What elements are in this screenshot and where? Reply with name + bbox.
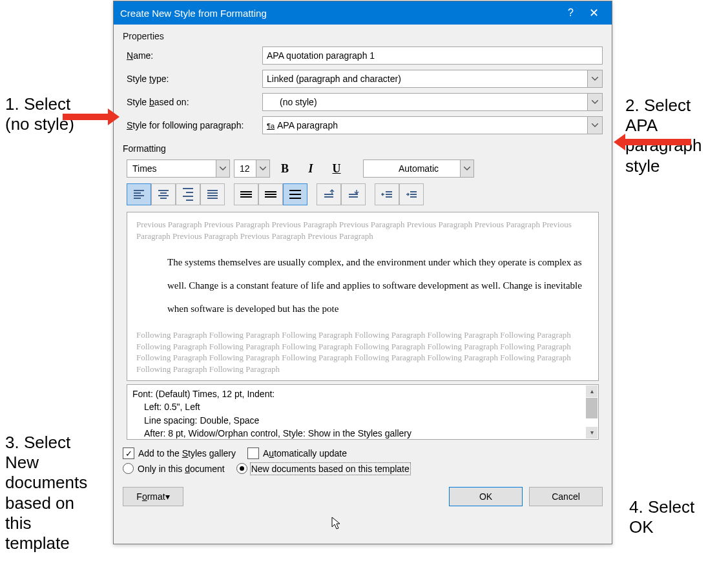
italic-button[interactable]: I <box>300 159 322 178</box>
annotation-4: 4. Select OK <box>629 497 694 537</box>
scroll-up-button[interactable]: ▴ <box>586 386 598 397</box>
arrow-icon <box>614 134 691 150</box>
name-label: Name: <box>123 50 262 61</box>
bold-button[interactable]: B <box>274 159 296 178</box>
preview-box: Previous Paragraph Previous Paragraph Pr… <box>127 212 599 381</box>
scroll-thumb[interactable] <box>586 398 598 418</box>
chevron-down-icon <box>587 117 602 134</box>
paragraph-icon: ¶a <box>267 122 275 130</box>
linespace-1-button[interactable] <box>234 183 258 205</box>
preview-sample: The systems themselves are usually compl… <box>167 251 589 320</box>
style-desc-line: Line spacing: Double, Space <box>132 414 583 427</box>
chevron-down-icon <box>587 94 602 110</box>
format-button[interactable]: Format▾ <box>123 487 183 506</box>
auto-update-checkbox[interactable]: Automatically update <box>247 447 347 459</box>
ok-button[interactable]: OK <box>449 487 523 506</box>
formatting-heading: Formatting <box>114 137 612 156</box>
font-toolbar: Times 12 B I U Automatic <box>114 156 612 181</box>
linespace-2-button[interactable] <box>283 183 307 205</box>
decrease-indent-button[interactable] <box>375 183 399 205</box>
style-desc-line: After: 8 pt, Widow/Orphan control, Style… <box>132 427 583 440</box>
annotation-3: 3. Select New documents based on this te… <box>5 433 87 553</box>
font-color-combo[interactable]: Automatic <box>363 159 474 178</box>
style-type-combo[interactable]: Linked (paragraph and character) <box>262 70 603 88</box>
chevron-down-icon <box>587 70 602 87</box>
preview-following: Following Paragraph Following Paragraph … <box>136 329 589 375</box>
style-following-combo[interactable]: ¶aAPA paragraph <box>262 116 603 134</box>
style-following-label: Style for following paragraph: <box>123 120 262 130</box>
svg-marker-1 <box>108 108 120 125</box>
properties-heading: Properties <box>114 25 612 44</box>
chevron-down-icon <box>460 160 473 177</box>
scroll-down-button[interactable]: ▾ <box>586 427 598 438</box>
cursor-icon <box>331 517 342 531</box>
cancel-button[interactable]: Cancel <box>529 487 603 506</box>
add-to-gallery-checkbox[interactable]: ✓ Add to the Styles gallery <box>123 447 236 459</box>
space-before-inc-button[interactable] <box>317 183 341 205</box>
underline-button[interactable]: U <box>326 159 348 178</box>
titlebar: Create New Style from Formatting ? ✕ <box>114 1 612 25</box>
radio-checked-icon <box>236 463 247 474</box>
chevron-down-icon <box>216 160 229 177</box>
svg-rect-2 <box>625 139 691 145</box>
help-button[interactable]: ? <box>559 7 583 19</box>
font-size-combo[interactable]: 12 <box>234 159 270 178</box>
svg-marker-3 <box>614 134 625 150</box>
preview-previous: Previous Paragraph Previous Paragraph Pr… <box>136 219 589 242</box>
dialog-title: Create New Style from Formatting <box>120 8 267 19</box>
increase-indent-button[interactable] <box>399 183 424 205</box>
create-style-dialog: Create New Style from Formatting ? ✕ Pro… <box>113 1 612 544</box>
align-justify-button[interactable] <box>200 183 225 205</box>
chevron-down-icon <box>256 160 269 177</box>
paragraph-toolbar <box>114 181 612 208</box>
style-based-on-combo[interactable]: (no style) <box>262 93 603 111</box>
style-desc-line: Left: 0.5", Left <box>132 400 583 413</box>
unchecked-icon <box>247 447 259 459</box>
radio-unchecked-icon <box>123 463 134 474</box>
linespace-1.5-button[interactable] <box>258 183 283 205</box>
new-documents-template-radio[interactable]: New documents based on this template <box>236 463 410 474</box>
style-description-box: Font: (Default) Times, 12 pt, Indent: Le… <box>127 384 599 440</box>
arrow-icon <box>63 108 120 125</box>
style-type-label: Style type: <box>123 74 262 84</box>
svg-rect-0 <box>63 114 108 120</box>
align-right-button[interactable] <box>176 183 200 205</box>
space-before-dec-button[interactable] <box>341 183 366 205</box>
only-this-document-radio[interactable]: Only in this document <box>123 463 225 474</box>
check-icon: ✓ <box>123 447 134 459</box>
name-input[interactable]: APA quotation paragraph 1 <box>262 46 603 65</box>
font-name-combo[interactable]: Times <box>127 159 230 178</box>
style-based-on-label: Style based on: <box>123 97 262 107</box>
close-button[interactable]: ✕ <box>583 6 605 20</box>
align-center-button[interactable] <box>151 183 176 205</box>
align-left-button[interactable] <box>127 183 151 205</box>
style-desc-line: Font: (Default) Times, 12 pt, Indent: <box>132 387 583 400</box>
